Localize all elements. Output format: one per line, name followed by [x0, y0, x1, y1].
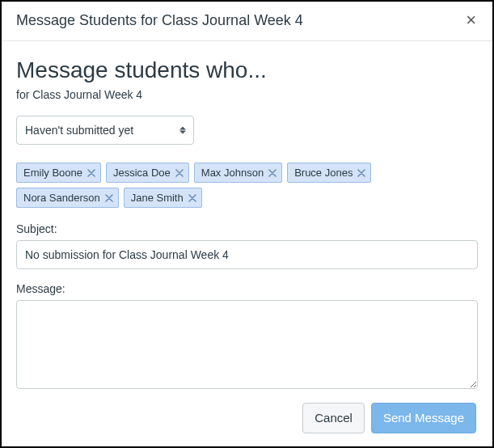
recipient-name: Jane Smith — [131, 192, 184, 204]
cancel-button-label: Cancel — [315, 411, 353, 425]
remove-recipient-button[interactable] — [105, 194, 113, 202]
recipient-chip[interactable]: Max Johnson — [194, 163, 282, 183]
message-field-group: Message: — [16, 282, 478, 392]
recipient-chip[interactable]: Jessica Doe — [106, 163, 189, 183]
recipient-chip-list: Emily Boone Jessica Doe Max Johnson Bruc… — [16, 163, 478, 208]
modal-footer: Cancel Send Message — [3, 393, 491, 445]
message-students-modal: Message Students for Class Journal Week … — [0, 0, 494, 448]
recipient-name: Emily Boone — [23, 167, 82, 179]
recipient-chip[interactable]: Nora Sanderson — [16, 188, 119, 208]
message-textarea[interactable] — [16, 300, 478, 389]
close-button[interactable]: × — [464, 11, 478, 29]
remove-recipient-button[interactable] — [87, 169, 95, 177]
x-icon — [175, 169, 184, 177]
recipient-name: Bruce Jones — [294, 167, 353, 179]
x-icon — [87, 169, 95, 177]
remove-recipient-button[interactable] — [175, 169, 184, 177]
x-icon — [188, 194, 196, 202]
x-icon — [105, 194, 113, 202]
send-message-button-label: Send Message — [383, 411, 464, 425]
recipient-chip[interactable]: Emily Boone — [16, 163, 101, 183]
remove-recipient-button[interactable] — [357, 169, 365, 177]
recipient-chip[interactable]: Jane Smith — [124, 188, 202, 208]
message-label: Message: — [16, 282, 478, 295]
recipient-name: Max Johnson — [201, 167, 264, 179]
cancel-button[interactable]: Cancel — [302, 403, 365, 433]
recipient-name: Jessica Doe — [113, 167, 171, 179]
x-icon — [268, 169, 277, 177]
recipient-name: Nora Sanderson — [23, 192, 100, 204]
subject-input[interactable] — [16, 240, 478, 269]
subject-label: Subject: — [16, 222, 478, 235]
recipient-chip[interactable]: Bruce Jones — [287, 163, 371, 183]
modal-header: Message Students for Class Journal Week … — [2, 2, 492, 41]
modal-title: Message Students for Class Journal Week … — [16, 12, 303, 29]
subject-field-group: Subject: — [16, 222, 478, 269]
headline: Message students who... — [16, 57, 478, 83]
x-icon — [357, 169, 365, 177]
send-message-button[interactable]: Send Message — [371, 403, 476, 433]
criteria-select[interactable]: Haven't submitted yet — [16, 116, 194, 145]
remove-recipient-button[interactable] — [188, 194, 196, 202]
close-icon: × — [466, 10, 476, 30]
modal-body: Message students who... for Class Journa… — [2, 41, 492, 392]
criteria-select-wrap: Haven't submitted yet — [16, 116, 194, 145]
remove-recipient-button[interactable] — [268, 169, 277, 177]
subheading: for Class Journal Week 4 — [16, 88, 478, 101]
